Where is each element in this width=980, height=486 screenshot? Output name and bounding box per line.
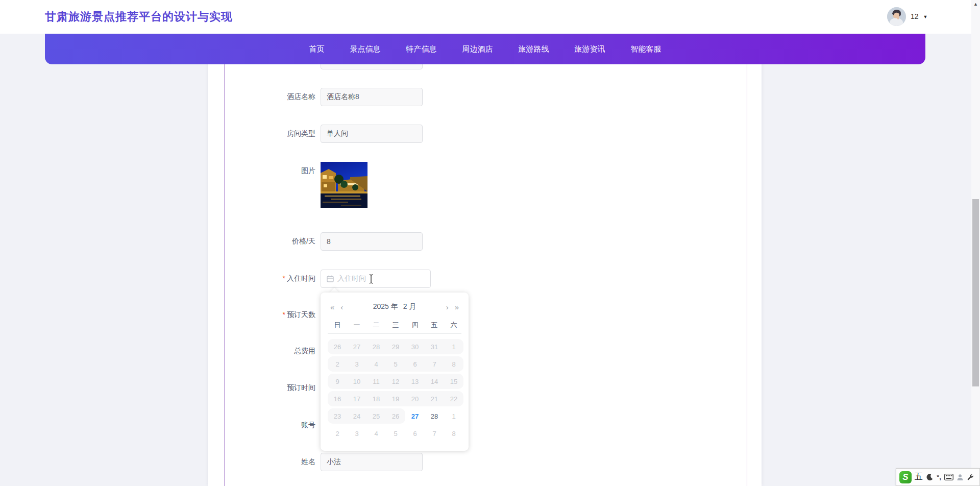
scrollbar-track[interactable]: ▲ (971, 0, 980, 486)
date-cell: 26 (328, 339, 347, 354)
date-cell: 4 (366, 356, 386, 372)
field-label: *预订天数 (225, 310, 315, 320)
weekday-label: 日 (328, 321, 347, 330)
avatar (887, 7, 906, 26)
field-label: 账号 (225, 421, 315, 430)
form-row-room-type: 房间类型 单人间 (225, 125, 747, 143)
date-cell: 17 (347, 391, 366, 406)
weekday-label: 四 (405, 321, 425, 330)
date-cell: 20 (405, 391, 425, 406)
date-cell: 1 (444, 339, 463, 354)
date-cell: 3 (347, 356, 366, 372)
prev-month-button[interactable]: ‹ (337, 303, 346, 311)
nav-item[interactable]: 周边酒店 (462, 44, 493, 54)
date-cell[interactable]: 2 (328, 426, 347, 441)
user-name: 12 (911, 12, 919, 20)
date-cell: 28 (366, 339, 386, 354)
form-row-checkin: *入住时间 入住时间 (225, 270, 747, 288)
checkin-date-input[interactable]: 入住时间 (321, 270, 431, 288)
site-title: 甘肃旅游景点推荐平台的设计与实现 (45, 9, 233, 25)
month-label[interactable]: 2 月 (402, 302, 418, 310)
moon-icon[interactable] (926, 473, 934, 481)
main-nav: 首页 景点信息 特产信息 周边酒店 旅游路线 旅游资讯 智能客服 (45, 34, 925, 64)
input-value: 小法 (327, 457, 341, 467)
scrollbar-thumb[interactable] (972, 199, 979, 386)
date-cell: 14 (425, 374, 444, 389)
field-label: 酒店名称 (225, 92, 315, 102)
ime-wubi-mode[interactable]: 五 (915, 472, 923, 482)
date-cell[interactable]: 8 (444, 426, 463, 441)
date-cell[interactable]: 28 (425, 408, 444, 424)
calendar-title: 2025 年 2 月 (346, 302, 443, 311)
date-picker-popup: « ‹ 2025 年 2 月 › » 日 一 二 三 四 五 六 26 27 (321, 293, 469, 451)
room-type-input[interactable]: 单人间 (321, 125, 423, 143)
nav-item[interactable]: 旅游路线 (519, 44, 549, 54)
user-dropdown[interactable]: 12 ▼ (887, 6, 928, 27)
date-cell[interactable]: 27 (405, 408, 425, 424)
hotel-name-input[interactable]: 酒店名称8 (321, 88, 423, 106)
chevron-down-icon: ▼ (923, 14, 928, 19)
field-label: 房间类型 (225, 129, 315, 138)
ime-logo-icon[interactable]: S (899, 471, 912, 483)
nav-item[interactable]: 首页 (309, 44, 325, 54)
input-value: 酒店名称8 (327, 92, 359, 102)
nav-item[interactable]: 特产信息 (406, 44, 437, 54)
form-row-name: 姓名 小法 (225, 453, 747, 471)
required-mark: * (283, 310, 285, 319)
name-input[interactable]: 小法 (321, 453, 423, 471)
top-header-bar: 甘肃旅游景点推荐平台的设计与实现 (0, 0, 971, 34)
date-cell: 25 (366, 408, 386, 424)
calendar-header: « ‹ 2025 年 2 月 › » (327, 297, 462, 317)
keyboard-icon[interactable] (944, 474, 953, 480)
date-cell[interactable]: 1 (444, 408, 463, 424)
ime-punctuation-mode[interactable]: °, (937, 473, 941, 481)
date-cell[interactable]: 3 (347, 426, 366, 441)
date-cell[interactable]: 7 (425, 426, 444, 441)
date-cell: 26 (386, 408, 405, 424)
form-row-account: 账号 (225, 416, 747, 434)
next-month-button[interactable]: › (443, 303, 452, 311)
form-row-image: 图片 (225, 158, 747, 208)
form-row-booking-time: 预订时间 (225, 379, 747, 397)
date-cell: 5 (386, 356, 405, 372)
date-cell[interactable]: 4 (366, 426, 386, 441)
calendar-grid: 26 27 28 29 30 31 1 2 3 4 5 6 7 8 9 (328, 339, 462, 441)
date-cell: 9 (328, 374, 347, 389)
weekday-label: 一 (347, 321, 366, 330)
text-cursor (369, 274, 374, 284)
wrench-icon[interactable] (967, 474, 974, 481)
scrollbar-up-arrow[interactable]: ▲ (971, 2, 980, 7)
avatar-image (887, 7, 906, 26)
date-cell: 29 (386, 339, 405, 354)
field-label: 姓名 (225, 457, 315, 467)
field-label: 图片 (225, 166, 315, 208)
date-cell: 16 (328, 391, 347, 406)
date-cell: 19 (386, 391, 405, 406)
date-cell: 15 (444, 374, 463, 389)
next-year-button[interactable]: » (452, 303, 462, 311)
date-cell[interactable]: 5 (386, 426, 405, 441)
weekday-label: 五 (425, 321, 444, 330)
nav-item[interactable]: 旅游资讯 (575, 44, 605, 54)
form-row-price: 价格/天 8 (225, 232, 747, 251)
nav-item[interactable]: 智能客服 (631, 44, 662, 54)
nav-item[interactable]: 景点信息 (350, 44, 381, 54)
date-cell[interactable]: 6 (405, 426, 425, 441)
date-cell: 30 (405, 339, 425, 354)
calendar-icon (327, 275, 334, 282)
form-row-hotel-name: 酒店名称 酒店名称8 (225, 88, 747, 106)
year-label[interactable]: 2025 年 (372, 302, 400, 310)
date-cell: 27 (347, 339, 366, 354)
date-cell: 23 (328, 408, 347, 424)
date-cell: 2 (328, 356, 347, 372)
date-cell: 7 (425, 356, 444, 372)
prev-year-button[interactable]: « (327, 303, 337, 311)
date-cell: 10 (347, 374, 366, 389)
weekday-label: 三 (386, 321, 405, 330)
form-row-cost: 总费用 (225, 342, 747, 360)
user-profile-icon[interactable] (957, 474, 964, 481)
price-input[interactable]: 8 (321, 232, 423, 251)
field-label: 预订时间 (225, 383, 315, 393)
input-placeholder: 入住时间 (337, 274, 366, 283)
hotel-image[interactable] (321, 162, 368, 208)
